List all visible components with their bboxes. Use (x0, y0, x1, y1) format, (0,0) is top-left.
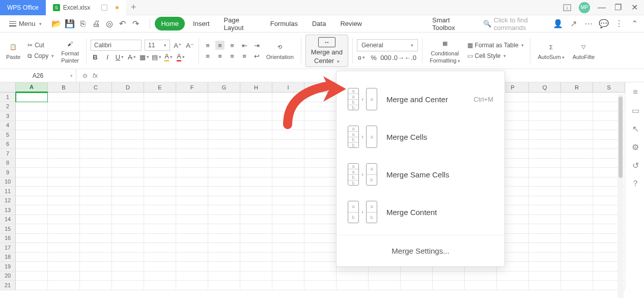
cell[interactable] (240, 234, 272, 244)
cell[interactable] (112, 205, 144, 215)
cell[interactable] (561, 234, 593, 244)
cell[interactable] (561, 177, 593, 187)
column-header-F[interactable]: F (176, 82, 208, 93)
cell[interactable] (112, 234, 144, 244)
number-format-select[interactable]: General▾ (357, 39, 418, 51)
cell[interactable] (561, 187, 593, 196)
file-tab[interactable]: S Excel.xlsx (46, 0, 126, 15)
user-icon[interactable]: 👤 (553, 19, 563, 28)
cell[interactable] (529, 168, 561, 177)
cell[interactable] (561, 149, 593, 159)
tab-smart-toolbox[interactable]: Smart Toolbox (426, 13, 475, 35)
cell[interactable] (561, 281, 593, 290)
cell[interactable] (208, 243, 240, 253)
menu-item-merge-same-cells[interactable]: aabb › ab Merge Same Cells (337, 156, 505, 193)
column-header-H[interactable]: H (240, 82, 272, 93)
increase-indent-icon[interactable]: ⇥ (252, 41, 261, 50)
cell[interactable] (304, 159, 337, 168)
tab-formulas[interactable]: Formulas (264, 17, 304, 31)
cell[interactable] (80, 234, 112, 244)
cell[interactable] (16, 271, 48, 281)
cell[interactable] (48, 130, 80, 140)
cell[interactable] (16, 111, 48, 121)
cell[interactable] (176, 187, 208, 196)
cell[interactable] (144, 168, 176, 177)
cell[interactable] (144, 121, 176, 131)
justify-icon[interactable]: ≡ (240, 51, 249, 60)
cell-style-button[interactable]: ▭Cell Style▾ (465, 51, 526, 60)
cell[interactable] (208, 168, 240, 177)
cell[interactable] (176, 130, 208, 140)
row-header-13[interactable]: 13 (0, 205, 16, 215)
cell[interactable] (240, 168, 272, 177)
tab-data[interactable]: Data (306, 17, 332, 31)
wrap-text-icon[interactable]: ↩ (252, 51, 261, 60)
help-icon[interactable]: ？ (631, 179, 640, 188)
cell[interactable] (529, 159, 561, 168)
fill-color-button[interactable]: A▾ (164, 52, 173, 62)
cell[interactable] (112, 243, 144, 253)
cell[interactable] (48, 196, 80, 206)
cell[interactable] (529, 234, 561, 244)
cell[interactable] (240, 271, 272, 281)
align-right-icon[interactable]: ≡ (228, 51, 237, 60)
cell[interactable] (112, 102, 144, 112)
cell[interactable] (272, 121, 304, 131)
cell[interactable] (208, 177, 240, 187)
row-header-14[interactable]: 14 (0, 215, 16, 225)
menu-item-merge-cells[interactable]: aabb › a Merge Cells (337, 118, 505, 156)
cell[interactable] (48, 224, 80, 234)
cell[interactable] (561, 243, 593, 253)
chat-icon[interactable]: 💬 (599, 19, 608, 28)
cell[interactable] (304, 224, 337, 234)
menu-button[interactable]: Menu ▾ (5, 18, 46, 29)
cell[interactable] (272, 168, 304, 177)
cell[interactable] (240, 121, 272, 131)
cell[interactable] (272, 111, 304, 121)
print-preview-icon[interactable]: ◎ (105, 19, 114, 28)
cell[interactable] (80, 215, 112, 225)
cell[interactable] (272, 177, 304, 187)
cell[interactable] (16, 159, 48, 168)
cell[interactable] (272, 93, 304, 102)
cell[interactable] (240, 93, 272, 102)
cell[interactable] (144, 177, 176, 187)
fx-icon[interactable]: fx (93, 72, 98, 79)
cell[interactable] (561, 130, 593, 140)
cell[interactable] (48, 262, 80, 271)
cell[interactable] (497, 271, 529, 281)
decrease-indent-icon[interactable]: ⇤ (240, 41, 249, 50)
cell[interactable] (144, 93, 176, 102)
cell[interactable] (272, 234, 304, 244)
paste-button[interactable]: 📋 Paste (3, 42, 23, 60)
cell[interactable] (48, 271, 80, 281)
cell[interactable] (144, 253, 176, 262)
row-header-15[interactable]: 15 (0, 224, 16, 234)
cell[interactable] (272, 187, 304, 196)
cell[interactable] (16, 121, 48, 131)
cell[interactable] (240, 102, 272, 112)
cell[interactable] (208, 196, 240, 206)
row-header-18[interactable]: 18 (0, 253, 16, 262)
row-header-7[interactable]: 7 (0, 149, 16, 159)
cell[interactable] (176, 121, 208, 131)
cell[interactable] (304, 196, 337, 206)
autofilter-button[interactable]: ▽ AutoFilte (570, 42, 598, 60)
cell[interactable] (16, 215, 48, 225)
cell[interactable] (208, 102, 240, 112)
name-box[interactable]: A26 ▾ (0, 69, 76, 82)
collapse-ribbon-icon[interactable]: ⌃ (630, 19, 639, 28)
menu-item-merge-center[interactable]: aabb › a Merge and Center Ctrl+M (337, 80, 505, 118)
cell[interactable] (529, 224, 561, 234)
cell[interactable] (208, 93, 240, 102)
comma-style-icon[interactable]: 000 (381, 53, 390, 62)
cell[interactable] (112, 177, 144, 187)
cell[interactable] (240, 159, 272, 168)
tab-home[interactable]: Home (155, 17, 185, 31)
properties-icon[interactable]: ▭ (631, 106, 640, 115)
cell[interactable] (144, 130, 176, 140)
cell[interactable] (208, 281, 240, 290)
add-tab-button[interactable]: + (126, 2, 141, 13)
cell[interactable] (208, 205, 240, 215)
cell[interactable] (272, 243, 304, 253)
